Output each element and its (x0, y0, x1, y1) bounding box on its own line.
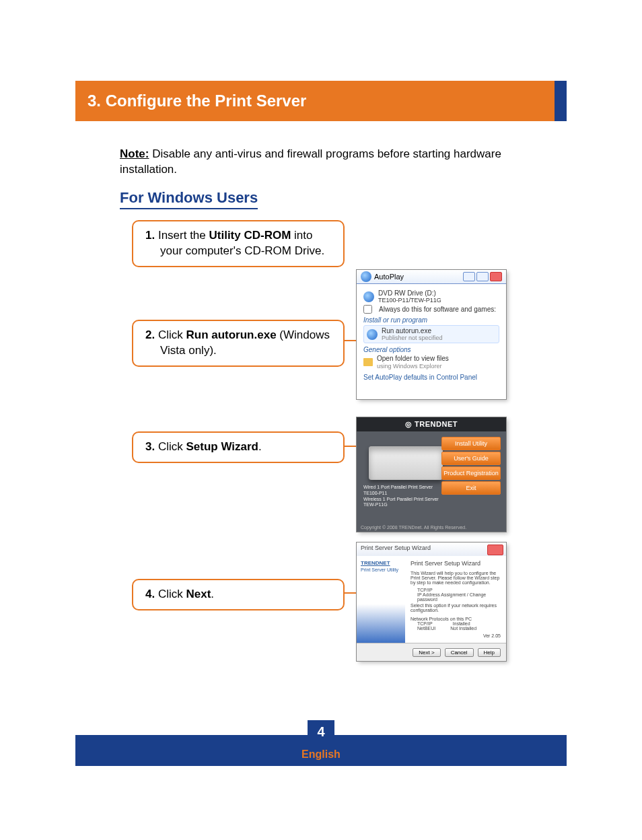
wizard-side-sub: Print Server Utility (361, 567, 405, 572)
trendnet-copyright: Copyright © 2008 TRENDnet. All Rights Re… (361, 525, 466, 530)
install-utility-button[interactable]: Install Utility (441, 437, 501, 450)
note-text: Disable any anti-virus and firewall prog… (120, 147, 501, 176)
autoplay-defaults-link[interactable]: Set AutoPlay defaults in Control Panel (363, 374, 477, 381)
note-paragraph: Note: Disable any anti-virus and firewal… (120, 147, 510, 178)
header-accent (555, 81, 567, 121)
trendnet-desc1: Wired 1 Port Parallel Print Server (363, 485, 439, 491)
step-2: 2. Click Run autorun.exe (Windows Vista … (132, 320, 345, 367)
section-header: 3. Configure the Print Server (75, 81, 567, 121)
step-2-pre: Click (155, 328, 186, 341)
step-3-pre: Click (155, 440, 186, 453)
step-3-post: . (258, 440, 262, 453)
exit-button[interactable]: Exit (441, 481, 501, 495)
page-number: 4 (308, 720, 334, 743)
wizard-sidebar: TRENDNET Print Server Utility (357, 556, 406, 643)
connector-step-4-h1 (345, 592, 358, 594)
step-1-number: 1. (145, 229, 155, 242)
autoplay-drive-label: TE100-P11/TEW-P11G (378, 297, 441, 304)
trendnet-launcher: ◎ TRENDNET Install Utility User's Guide … (357, 417, 506, 532)
trendnet-desc4: TEW-P11G (363, 502, 439, 508)
users-guide-button[interactable]: User's Guide (441, 452, 501, 465)
autoplay-section-install: Install or run program (363, 316, 499, 324)
close-button[interactable] (490, 272, 502, 281)
autoplay-open-folder[interactable]: Open folder to view files using Windows … (363, 355, 499, 370)
autoplay-icon (361, 271, 371, 282)
autoplay-window: AutoPlay DVD RW Drive (D:) TE100-P11/TEW… (357, 270, 506, 399)
minimize-button[interactable] (463, 272, 475, 281)
step-3-number: 3. (145, 440, 155, 453)
step-4: 4. Click Next. (132, 579, 345, 610)
page-language: English (0, 748, 642, 761)
trendnet-product-desc: Wired 1 Port Parallel Print Server TE100… (363, 485, 439, 508)
product-registration-button[interactable]: Product Registration (441, 466, 501, 480)
step-4-pre: Click (155, 588, 186, 600)
wizard-line4: Select this option if your network requi… (411, 603, 501, 612)
autoplay-titlebar: AutoPlay (357, 270, 506, 284)
autoplay-run-label: Run autorun.exe (382, 327, 443, 335)
trendnet-desc2: TE100-P11 (363, 491, 439, 497)
step-3: 3. Click Setup Wizard. (132, 431, 345, 463)
autoplay-run-autorun[interactable]: Run autorun.exe Publisher not specified (363, 325, 499, 343)
setup-wizard-window: Print Server Setup Wizard TRENDNET Print… (357, 542, 506, 661)
step-4-bold: Next (186, 588, 211, 600)
wizard-group-label: Network Protocols on this PC (411, 617, 501, 621)
wizard-footer: Next > Cancel Help (357, 643, 506, 661)
wizard-close-button[interactable] (487, 545, 503, 555)
wizard-g2b: Not Installed (450, 626, 476, 631)
step-1: 1. Insert the Utility CD-ROM into your c… (132, 220, 345, 267)
step-2-bold: Run autorun.exe (186, 328, 276, 341)
wizard-content-title: Print Server Setup Wizard (411, 560, 501, 567)
trendnet-desc3: Wireless 1 Port Parallel Print Server (363, 497, 439, 503)
wizard-next-button[interactable]: Next > (413, 648, 440, 657)
step-2-number: 2. (145, 328, 155, 341)
trendnet-device-image (369, 446, 443, 480)
step-3-bold: Setup Wizard (186, 440, 258, 453)
wizard-help-button[interactable]: Help (478, 648, 501, 657)
step-4-post: . (211, 588, 214, 600)
wizard-g2a: NetBEUI (417, 626, 435, 631)
autoplay-drive: DVD RW Drive (D:) (378, 289, 441, 297)
wizard-window-title: Print Server Setup Wizard (361, 545, 506, 551)
wizard-titlebar: Print Server Setup Wizard (357, 542, 506, 557)
maximize-button[interactable] (476, 272, 489, 281)
autoplay-run-sub: Publisher not specified (382, 335, 443, 341)
wizard-g1b: Installed (453, 621, 470, 626)
autoplay-title: AutoPlay (374, 273, 404, 281)
wizard-content: Print Server Setup Wizard This Wizard wi… (405, 556, 506, 643)
autoplay-open-label: Open folder to view files (377, 355, 449, 362)
cd-icon (363, 291, 374, 302)
windows-users-heading: For Windows Users (120, 189, 258, 209)
step-1-bold: Utility CD-ROM (209, 229, 291, 242)
trendnet-brand-bar: ◎ TRENDNET (357, 417, 506, 431)
folder-icon (363, 358, 373, 366)
step-1-pre: Insert the (155, 229, 209, 242)
run-icon (367, 329, 378, 340)
wizard-g1a: TCP/IP (417, 621, 433, 626)
wizard-cancel-button[interactable]: Cancel (445, 648, 474, 657)
wizard-intro: This Wizard will help you to configure t… (411, 571, 501, 585)
autoplay-section-general: General options (363, 346, 499, 353)
autoplay-open-sub: using Windows Explorer (377, 363, 442, 370)
autoplay-always-checkbox[interactable] (363, 305, 372, 314)
wizard-side-brand: TRENDNET (361, 560, 405, 566)
autoplay-always-label: Always do this for software and games: (379, 306, 496, 313)
wizard-version: Ver 2.05 (411, 633, 501, 638)
wizard-line3: IP Address Assignment / Change password (417, 592, 501, 602)
wizard-line2: TCP/IP (417, 588, 501, 592)
note-label: Note: (120, 147, 149, 160)
trendnet-brand: TRENDNET (415, 420, 458, 428)
step-4-number: 4. (145, 588, 155, 600)
section-title: 3. Configure the Print Server (75, 81, 555, 121)
